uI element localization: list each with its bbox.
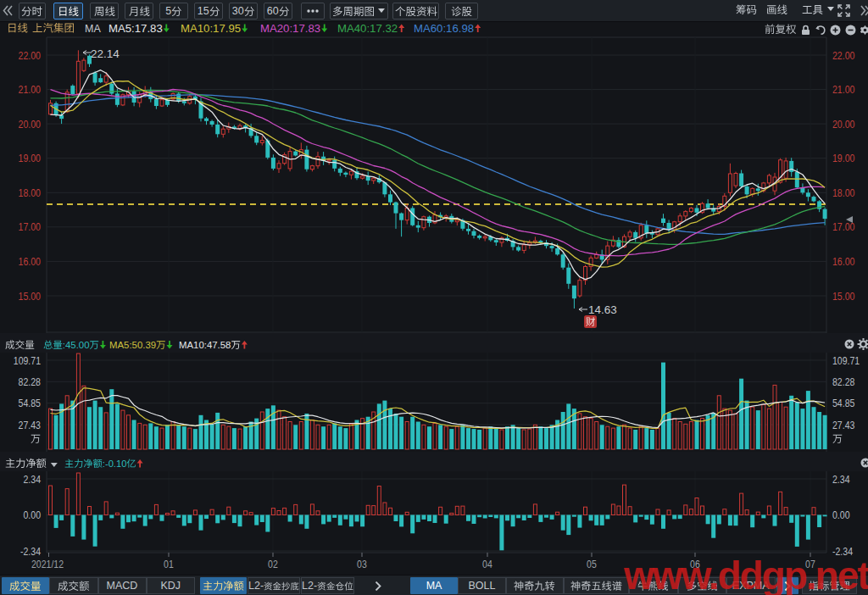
- svg-text:15.00: 15.00: [19, 290, 41, 303]
- svg-text:54.85: 54.85: [19, 397, 41, 409]
- svg-text:20.00: 20.00: [19, 118, 41, 131]
- svg-text:20.00: 20.00: [832, 118, 854, 131]
- svg-text:22.00: 22.00: [832, 49, 854, 62]
- svg-text:17.00: 17.00: [19, 220, 41, 233]
- svg-text:2.34: 2.34: [832, 473, 850, 486]
- svg-text:21.00: 21.00: [19, 83, 41, 96]
- svg-text:22.14: 22.14: [91, 47, 120, 60]
- svg-text:109.71: 109.71: [832, 354, 860, 367]
- svg-text:05: 05: [587, 558, 597, 570]
- svg-text:2021/12: 2021/12: [31, 558, 64, 570]
- svg-text:19.00: 19.00: [832, 152, 854, 164]
- svg-text:21.00: 21.00: [832, 83, 854, 96]
- svg-text:27.43: 27.43: [832, 419, 854, 431]
- svg-text:54.85: 54.85: [832, 397, 854, 409]
- svg-text:109.71: 109.71: [14, 354, 41, 367]
- svg-text:16.00: 16.00: [19, 255, 41, 268]
- svg-text::-0.10: :-0.10: [103, 459, 127, 469]
- svg-text:16.00: 16.00: [832, 255, 854, 268]
- svg-text:18.00: 18.00: [832, 186, 854, 199]
- svg-text:15.00: 15.00: [832, 290, 854, 303]
- svg-text:02: 02: [268, 558, 278, 570]
- svg-text:2.34: 2.34: [24, 473, 42, 486]
- svg-text:82.28: 82.28: [19, 375, 41, 388]
- svg-text:82.28: 82.28: [832, 375, 854, 388]
- svg-text:MA10:47.58: MA10:47.58: [179, 340, 231, 350]
- svg-text:MA5:50.39: MA5:50.39: [109, 340, 156, 350]
- svg-text:14.63: 14.63: [588, 303, 617, 316]
- svg-text:17.00: 17.00: [832, 220, 854, 233]
- svg-text:03: 03: [357, 558, 367, 570]
- svg-text:-2.34: -2.34: [20, 545, 41, 558]
- svg-text:0.00: 0.00: [832, 509, 850, 521]
- svg-text:19.00: 19.00: [19, 152, 41, 164]
- svg-text:22.00: 22.00: [19, 49, 41, 62]
- svg-text:0.00: 0.00: [24, 509, 42, 521]
- svg-text:01: 01: [164, 558, 174, 570]
- svg-text::45.00: :45.00: [63, 340, 90, 350]
- svg-text:04: 04: [482, 558, 492, 570]
- svg-text:18.00: 18.00: [19, 186, 41, 199]
- svg-text:27.43: 27.43: [19, 419, 41, 431]
